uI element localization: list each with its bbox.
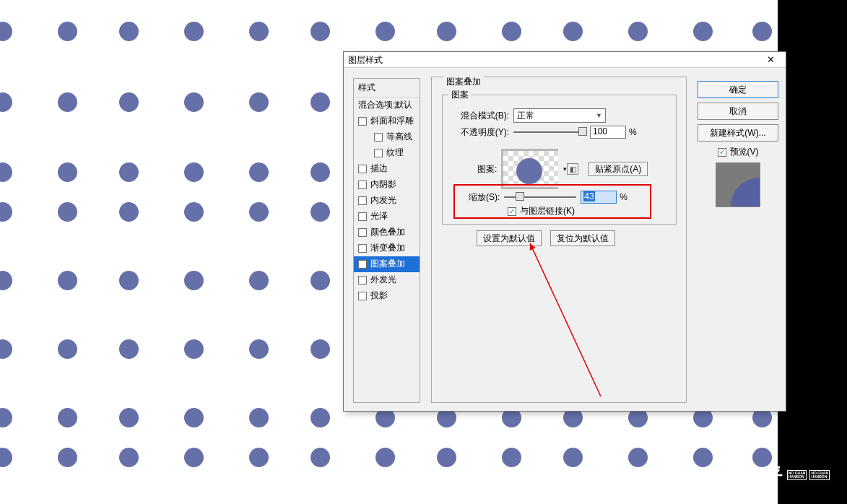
style-item-label: 内阴影: [370, 178, 396, 191]
style-item-3[interactable]: 描边: [354, 161, 420, 177]
style-checkbox[interactable]: [358, 117, 367, 126]
blend-mode-select[interactable]: 正常 ▼: [513, 108, 606, 123]
dialog-titlebar[interactable]: 图层样式 ✕: [344, 52, 786, 68]
opacity-slider[interactable]: [513, 127, 586, 137]
ok-button[interactable]: 确定: [698, 81, 778, 98]
section-title: 图案叠加: [443, 76, 484, 88]
pattern-dot: [119, 271, 139, 290]
pattern-dot: [375, 22, 395, 41]
make-default-button[interactable]: 设置为默认值: [477, 230, 542, 246]
style-item-label: 外发光: [370, 274, 396, 286]
style-item-11[interactable]: 投影: [354, 288, 420, 304]
style-checkbox[interactable]: [374, 133, 383, 142]
new-pattern-icon[interactable]: ◧: [567, 163, 578, 175]
pattern-picker[interactable]: [501, 149, 558, 189]
pattern-dot: [119, 408, 139, 427]
style-checkbox[interactable]: [358, 276, 367, 284]
pattern-dot: [310, 162, 330, 182]
pattern-dot: [58, 162, 77, 182]
scale-slider[interactable]: [504, 192, 576, 202]
style-item-7[interactable]: 颜色叠加: [354, 225, 420, 240]
pattern-dot: [249, 448, 269, 467]
percent-label: %: [629, 127, 637, 137]
style-item-10[interactable]: 外发光: [354, 272, 420, 288]
pattern-dot: [58, 202, 77, 222]
blend-options-default[interactable]: 混合选项:默认: [354, 97, 420, 113]
blend-mode-label: 混合模式(B):: [454, 110, 509, 122]
style-checkbox[interactable]: [358, 228, 367, 237]
pattern-dot: [184, 408, 204, 427]
pattern-dot: [119, 92, 139, 112]
pattern-dot: [249, 271, 269, 290]
pattern-fieldset: 图案 混合模式(B): 正常 ▼ 不透明度(Y): 100: [442, 95, 677, 225]
close-icon[interactable]: ✕: [760, 52, 781, 68]
pattern-dot: [58, 22, 77, 41]
style-item-label: 纹理: [386, 147, 404, 159]
style-checkbox[interactable]: [358, 244, 367, 253]
pattern-dot: [502, 22, 521, 41]
pattern-dot: [249, 408, 269, 427]
reset-default-button[interactable]: 复位为默认值: [550, 230, 615, 246]
pattern-dot: [310, 22, 330, 41]
style-item-label: 光泽: [370, 210, 388, 222]
pattern-dot: [752, 22, 772, 41]
pattern-dot: [249, 92, 269, 112]
pattern-dot: [310, 408, 330, 427]
pattern-dot: [119, 339, 139, 359]
pattern-dot: [310, 339, 330, 359]
style-item-label: 投影: [370, 290, 388, 302]
pattern-dot: [184, 448, 204, 467]
style-item-9[interactable]: 图案叠加: [354, 256, 420, 272]
pattern-dot: [249, 162, 269, 182]
style-item-label: 图案叠加: [370, 258, 405, 270]
pattern-dot: [58, 339, 77, 359]
cancel-button[interactable]: 取消: [698, 103, 778, 120]
style-item-label: 等高线: [386, 131, 412, 143]
layer-style-dialog: 图层样式 ✕ 样式 混合选项:默认 斜面和浮雕等高线纹理描边内阴影内发光光泽颜色…: [343, 51, 786, 412]
subsection-title: 图案: [448, 89, 472, 101]
style-item-8[interactable]: 渐变叠加: [354, 240, 420, 256]
style-checkbox[interactable]: [358, 196, 367, 205]
pattern-dot: [563, 448, 583, 467]
pattern-dot: [437, 22, 456, 41]
preview-checkbox[interactable]: [718, 148, 726, 157]
snap-origin-button[interactable]: 贴紧原点(A): [588, 162, 648, 176]
pattern-label: 图案:: [477, 163, 497, 175]
styles-header[interactable]: 样式: [354, 79, 420, 97]
link-with-layer-checkbox[interactable]: [508, 207, 516, 216]
watermark: 知乎 NO GUANHANBON NO GUANHANBON: [747, 464, 830, 487]
style-checkbox[interactable]: [374, 149, 383, 157]
pattern-dot: [119, 22, 139, 41]
style-checkbox[interactable]: [358, 181, 367, 189]
pattern-dot: [58, 408, 77, 427]
opacity-label: 不透明度(Y):: [454, 126, 509, 139]
styles-list-panel: 样式 混合选项:默认 斜面和浮雕等高线纹理描边内阴影内发光光泽颜色叠加渐变叠加图…: [353, 78, 420, 403]
new-style-button[interactable]: 新建样式(W)...: [698, 124, 778, 142]
scale-input[interactable]: 43: [581, 191, 617, 204]
percent-label: %: [620, 192, 627, 202]
pattern-dot: [119, 202, 139, 222]
pattern-dot: [58, 92, 77, 112]
link-with-layer-label: 与图层链接(K): [520, 205, 575, 217]
dialog-buttons: 确定 取消 新建样式(W)... 预览(V): [698, 81, 778, 207]
pattern-dot: [693, 22, 713, 41]
app-background: [778, 0, 847, 504]
style-item-1[interactable]: 等高线: [354, 129, 420, 145]
style-item-4[interactable]: 内阴影: [354, 177, 420, 193]
pattern-dot: [563, 22, 583, 41]
style-item-2[interactable]: 纹理: [354, 145, 420, 161]
content-panel: 图案叠加 图案 混合模式(B): 正常 ▼ 不透明度(Y):: [431, 77, 687, 403]
style-item-6[interactable]: 光泽: [354, 209, 420, 225]
style-checkbox[interactable]: [358, 165, 367, 173]
style-checkbox[interactable]: [358, 260, 367, 269]
style-item-5[interactable]: 内发光: [354, 193, 420, 209]
pattern-dot: [375, 448, 395, 467]
pattern-dot: [184, 339, 204, 359]
style-checkbox[interactable]: [358, 212, 367, 221]
style-item-0[interactable]: 斜面和浮雕: [354, 113, 420, 129]
style-item-label: 颜色叠加: [370, 226, 405, 238]
pattern-dot: [502, 448, 521, 467]
opacity-input[interactable]: 100: [590, 126, 626, 139]
style-checkbox[interactable]: [358, 292, 367, 300]
chevron-down-icon[interactable]: ▾: [563, 165, 567, 173]
